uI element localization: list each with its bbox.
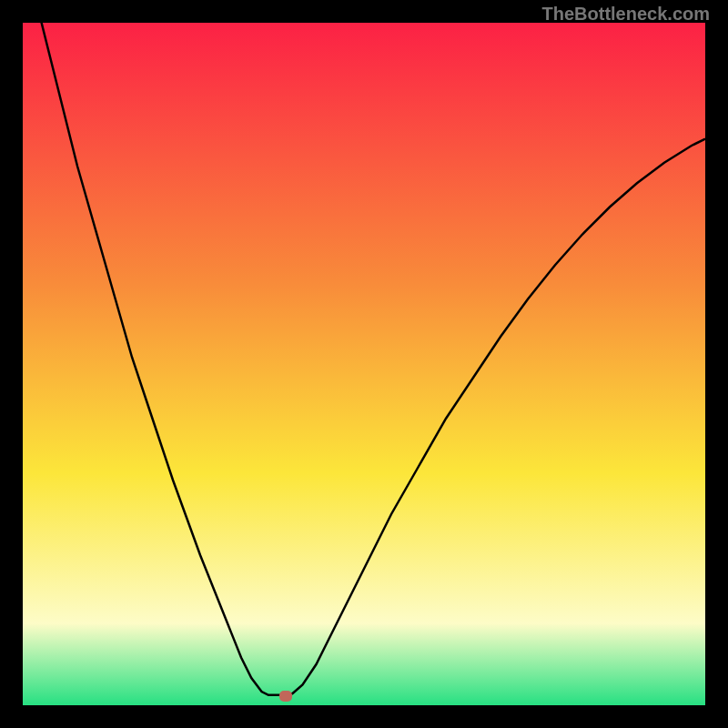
plot-frame [23,23,705,705]
plot-svg [23,23,705,705]
watermark-text: TheBottleneck.com [542,4,710,25]
gradient-background [23,23,705,705]
optimum-marker [279,691,292,702]
